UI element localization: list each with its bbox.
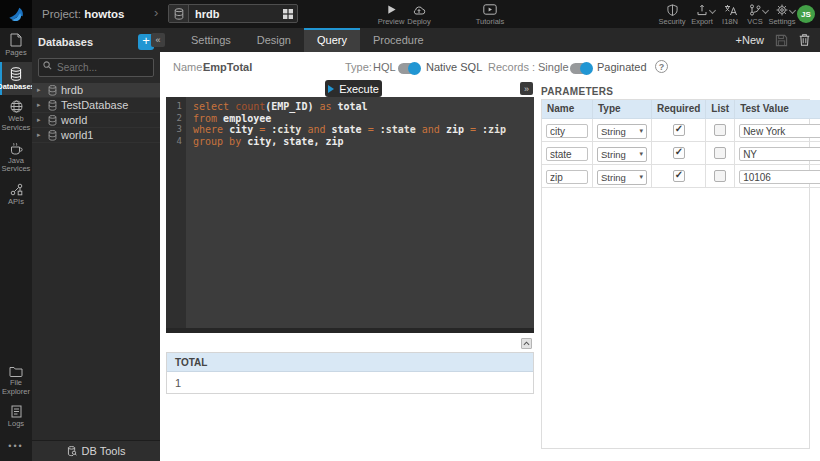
parameter-test-value-input[interactable] bbox=[739, 147, 820, 161]
db-tools-button[interactable]: DB Tools bbox=[32, 440, 160, 461]
chevron-down-icon: ▾ bbox=[639, 150, 643, 158]
trash-icon[interactable] bbox=[799, 33, 810, 47]
code-line[interactable]: select count(EMP_ID) as total bbox=[193, 101, 534, 113]
parameters-header-row: NameTypeRequiredListTest Value bbox=[542, 100, 820, 118]
query-workspace: Name: EmpTotal Type: HQL Native SQL Reco… bbox=[160, 52, 820, 461]
expand-arrow-icon[interactable]: ▸ bbox=[37, 101, 44, 109]
execute-button[interactable]: Execute bbox=[325, 80, 382, 97]
expand-arrow-icon[interactable]: ▸ bbox=[37, 86, 44, 94]
db-item-TestDatabase[interactable]: ▸TestDatabase bbox=[32, 98, 160, 113]
parameter-name-input[interactable] bbox=[546, 147, 588, 161]
parameter-type-select[interactable]: String▾ bbox=[597, 124, 647, 139]
records-toggle[interactable] bbox=[570, 63, 591, 74]
code-line[interactable]: where city = :city and state = :state an… bbox=[193, 124, 534, 136]
sql-editor[interactable]: 1234 select count(EMP_ID) as totalfrom e… bbox=[166, 97, 534, 333]
sidebar-item-pages[interactable]: Pages bbox=[0, 28, 32, 62]
type-option-native-sql[interactable]: Native SQL bbox=[426, 61, 482, 73]
code-line[interactable]: from employee bbox=[193, 113, 534, 125]
export-icon bbox=[696, 3, 708, 16]
gear-icon bbox=[776, 3, 788, 16]
editor-code[interactable]: select count(EMP_ID) as totalfrom employ… bbox=[186, 97, 534, 333]
database-icon bbox=[48, 130, 57, 141]
parameter-list-checkbox[interactable] bbox=[714, 147, 726, 159]
user-avatar[interactable]: JS bbox=[797, 5, 815, 23]
tab-settings[interactable]: Settings bbox=[178, 28, 244, 52]
sidebar-item-file-explorer[interactable]: File Explorer bbox=[0, 361, 32, 400]
play-icon bbox=[386, 3, 397, 16]
type-option-hql[interactable]: HQL bbox=[373, 61, 396, 73]
topbar: Project: howtos › hrdb Preview Deploy Tu… bbox=[0, 0, 820, 28]
parameter-row: String▾ bbox=[542, 141, 820, 164]
line-number: 4 bbox=[166, 136, 186, 148]
parameter-test-value-input[interactable] bbox=[739, 170, 820, 184]
new-query-button[interactable]: +New bbox=[736, 34, 764, 46]
grid-view-icon[interactable] bbox=[283, 9, 297, 19]
collapse-results-button[interactable] bbox=[521, 338, 532, 349]
settings-button[interactable]: Settings bbox=[764, 3, 800, 26]
logo-icon bbox=[7, 5, 26, 24]
chevron-up-icon bbox=[523, 341, 530, 346]
databases-panel-title: Databases bbox=[38, 36, 93, 48]
editor-resize-bar[interactable] bbox=[166, 328, 534, 333]
parameter-list-checkbox[interactable] bbox=[714, 170, 726, 182]
expand-arrow-icon[interactable]: ▸ bbox=[37, 116, 44, 124]
sidebar-item-apis[interactable]: APIs bbox=[0, 178, 32, 211]
database-icon bbox=[48, 100, 57, 111]
app-logo[interactable] bbox=[0, 0, 32, 28]
code-line[interactable]: group by city, state, zip bbox=[193, 136, 534, 148]
name-label: Name: bbox=[173, 61, 205, 73]
chevron-down-icon: ▾ bbox=[639, 173, 643, 181]
database-selector[interactable]: hrdb bbox=[168, 4, 298, 23]
db-item-label: world1 bbox=[61, 129, 93, 141]
results-cell: 1 bbox=[167, 372, 533, 393]
parameter-name-input[interactable] bbox=[546, 124, 588, 138]
parameter-type-select[interactable]: String▾ bbox=[597, 170, 647, 185]
search-input[interactable] bbox=[38, 58, 154, 77]
type-label: Type: bbox=[345, 61, 372, 73]
tab-procedure[interactable]: Procedure bbox=[360, 28, 437, 52]
sidebar-item-logs[interactable]: Logs bbox=[0, 400, 32, 433]
db-list: ▸hrdb▸TestDatabase▸world▸world1 bbox=[32, 83, 160, 143]
cloud-upload-icon bbox=[412, 3, 426, 16]
tutorials-button[interactable]: Tutorials bbox=[472, 3, 508, 26]
parameter-type-select[interactable]: String▾ bbox=[597, 147, 647, 162]
db-item-world[interactable]: ▸world bbox=[32, 113, 160, 128]
deploy-button[interactable]: Deploy bbox=[401, 3, 437, 26]
help-icon[interactable]: ? bbox=[655, 60, 668, 73]
parameter-name-input[interactable] bbox=[546, 170, 588, 184]
db-item-world1[interactable]: ▸world1 bbox=[32, 128, 160, 143]
records-label: Records : bbox=[488, 61, 535, 73]
save-icon[interactable] bbox=[775, 34, 788, 47]
records-option-single[interactable]: Single bbox=[538, 61, 569, 73]
project-breadcrumb: Project: howtos bbox=[42, 8, 124, 20]
parameter-row: String▾ bbox=[542, 164, 820, 187]
api-icon bbox=[10, 183, 23, 196]
expand-panel-button[interactable]: » bbox=[520, 82, 533, 95]
sidebar-item-databases[interactable]: Databases bbox=[0, 62, 32, 96]
parameter-test-value-input[interactable] bbox=[739, 124, 820, 138]
db-item-hrdb[interactable]: ▸hrdb bbox=[32, 83, 160, 98]
parameters-body: String▾String▾String▾ bbox=[542, 118, 820, 187]
globe-icon bbox=[10, 100, 23, 113]
type-toggle[interactable] bbox=[398, 63, 419, 74]
sidebar-item-java-services[interactable]: Java Services bbox=[0, 137, 32, 178]
log-icon bbox=[11, 405, 22, 418]
parameter-required-checkbox[interactable] bbox=[673, 170, 685, 182]
expand-arrow-icon[interactable]: ▸ bbox=[37, 131, 44, 139]
collapse-panel-button[interactable]: « bbox=[151, 33, 165, 47]
records-option-paginated[interactable]: Paginated bbox=[597, 61, 647, 73]
parameter-required-checkbox[interactable] bbox=[673, 147, 685, 159]
parameter-list-checkbox[interactable] bbox=[714, 124, 726, 136]
sidebar-more-button[interactable]: ••• bbox=[0, 433, 32, 461]
parameters-table: NameTypeRequiredListTest Value String▾St… bbox=[542, 100, 820, 188]
sidebar-item-web-services[interactable]: Web Services bbox=[0, 95, 32, 136]
project-label: Project: bbox=[42, 8, 81, 20]
parameters-column-header: Required bbox=[652, 100, 706, 118]
coffee-icon bbox=[10, 142, 23, 155]
tab-design[interactable]: Design bbox=[244, 28, 304, 52]
parameter-required-checkbox[interactable] bbox=[673, 124, 685, 136]
tabbar: Settings Design Query Procedure +New bbox=[160, 28, 820, 52]
parameters-column-header: Name bbox=[542, 100, 593, 118]
results-column-header: TOTAL bbox=[167, 353, 533, 372]
tab-query[interactable]: Query bbox=[304, 28, 360, 52]
